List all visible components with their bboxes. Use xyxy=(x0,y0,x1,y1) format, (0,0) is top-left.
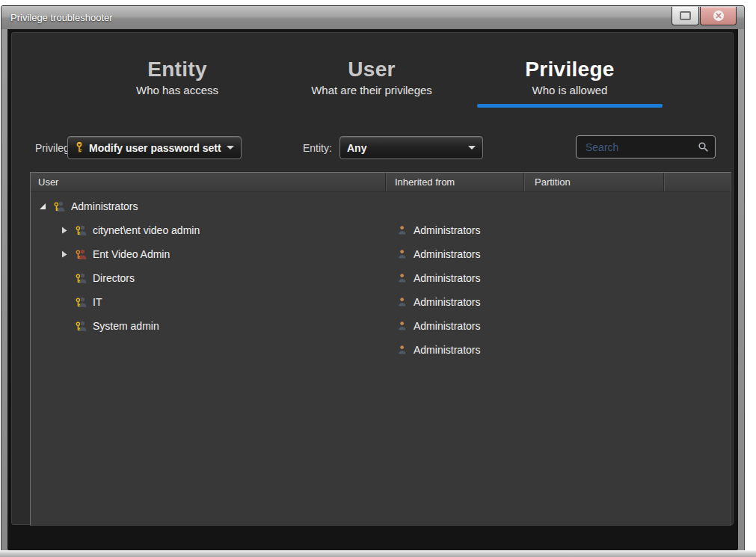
entity-dropdown-value: Any xyxy=(347,142,463,154)
table-row[interactable]: IT Administrators xyxy=(31,290,731,314)
partition-cell xyxy=(523,194,663,218)
user-cell: System admin xyxy=(31,314,385,338)
entity-dropdown[interactable]: Any xyxy=(339,136,483,159)
tab-entity-subtitle: Who has access xyxy=(73,84,282,96)
user-group-icon xyxy=(53,200,66,213)
user-group-icon xyxy=(75,224,87,237)
partition-cell xyxy=(523,338,663,362)
privilege-key-icon xyxy=(75,141,84,154)
partition-cell xyxy=(523,290,663,314)
tab-privilege[interactable]: Privilege Who is allowed xyxy=(465,58,674,96)
inherited-from-name: Administrators xyxy=(414,320,480,332)
column-header-partition[interactable]: Partition xyxy=(523,173,663,191)
inherited-from-name: Administrators xyxy=(414,344,480,356)
maximize-button[interactable] xyxy=(672,7,699,25)
user-cell xyxy=(31,338,385,362)
window-title: Privilege troubleshooter xyxy=(10,12,113,23)
inherited-group-icon xyxy=(397,273,408,283)
inherited-from-name: Administrators xyxy=(414,272,480,284)
inherited-from-cell: Administrators xyxy=(385,314,523,338)
results-table: User Inherited from Partition Administra… xyxy=(30,172,731,526)
inherited-from-cell xyxy=(385,194,523,218)
inherited-from-name: Administrators xyxy=(414,248,480,260)
table-row[interactable]: Administrators xyxy=(31,194,731,218)
partition-cell xyxy=(523,218,663,242)
tab-user[interactable]: User What are their privileges xyxy=(267,58,476,96)
tab-user-subtitle: What are their privileges xyxy=(267,84,476,96)
user-group-red-icon xyxy=(75,248,87,261)
tab-user-title: User xyxy=(267,58,476,81)
table-row[interactable]: Directors Administrators xyxy=(31,266,731,290)
chevron-down-icon xyxy=(227,146,234,150)
user-group-icon xyxy=(75,320,87,333)
user-cell: Administrators xyxy=(31,194,385,218)
window-bottom-frame xyxy=(0,550,756,557)
user-cell: Directors xyxy=(31,266,385,290)
window-titlebar[interactable]: Privilege troubleshooter xyxy=(1,6,744,29)
user-cell: citynet\ent video admin xyxy=(31,218,385,242)
inherited-group-icon xyxy=(397,225,408,236)
tree-expander-icon[interactable] xyxy=(60,227,69,234)
partition-cell xyxy=(523,314,663,338)
privilege-dropdown[interactable]: Modify user password settings xyxy=(67,136,242,159)
user-name: Administrators xyxy=(71,200,138,212)
partition-cell xyxy=(523,266,663,290)
inherited-from-cell: Administrators xyxy=(385,290,523,314)
table-row[interactable]: Ent Video Admin Administrators xyxy=(31,242,731,266)
table-row[interactable]: System admin Administrators xyxy=(31,314,731,338)
column-header-user[interactable]: User xyxy=(31,173,385,191)
user-name: IT xyxy=(93,296,102,308)
search-input[interactable] xyxy=(584,141,698,154)
column-header-extra xyxy=(663,173,731,191)
inherited-from-cell: Administrators xyxy=(385,338,523,362)
tree-expander-icon[interactable] xyxy=(60,250,69,258)
dialog-body: Entity Who has access User What are thei… xyxy=(7,29,738,550)
user-group-icon xyxy=(75,296,87,309)
user-cell: IT xyxy=(31,290,385,314)
inherited-group-icon xyxy=(397,297,408,307)
table-rows: Administrators citynet\ent video admin A… xyxy=(31,192,731,525)
user-cell: Ent Video Admin xyxy=(31,242,385,266)
tree-expander-icon[interactable] xyxy=(38,203,47,210)
table-header: User Inherited from Partition xyxy=(31,173,731,192)
user-name: Ent Video Admin xyxy=(93,248,170,260)
chevron-down-icon xyxy=(468,146,476,150)
dialog-content: Entity Who has access User What are thei… xyxy=(11,32,734,525)
tab-privilege-subtitle: Who is allowed xyxy=(465,84,674,96)
partition-cell xyxy=(523,242,663,266)
user-name: System admin xyxy=(93,320,159,332)
search-icon[interactable] xyxy=(698,141,709,153)
close-icon xyxy=(713,10,725,22)
search-box xyxy=(576,135,716,159)
inherited-group-icon xyxy=(397,321,408,331)
column-header-inherited[interactable]: Inherited from xyxy=(385,173,523,191)
active-tab-underline xyxy=(477,104,663,108)
tab-privilege-title: Privilege xyxy=(465,58,674,81)
user-group-icon xyxy=(75,272,87,285)
user-name: citynet\ent video admin xyxy=(93,224,200,236)
window-frame: Privilege troubleshooter Entity Who has … xyxy=(1,5,745,553)
close-button[interactable] xyxy=(700,7,737,25)
tab-entity[interactable]: Entity Who has access xyxy=(73,58,282,96)
inherited-from-cell: Administrators xyxy=(385,242,523,266)
tab-entity-title: Entity xyxy=(73,58,282,81)
maximize-icon xyxy=(680,11,691,20)
inherited-from-name: Administrators xyxy=(414,224,480,236)
table-row[interactable]: citynet\ent video admin Administrators xyxy=(31,218,731,242)
table-row[interactable]: Administrators xyxy=(31,338,731,362)
entity-filter-label: Entity: xyxy=(303,142,332,154)
inherited-group-icon xyxy=(397,345,408,355)
inherited-from-cell: Administrators xyxy=(385,218,523,242)
privilege-dropdown-value: Modify user password settings xyxy=(89,142,221,154)
inherited-from-cell: Administrators xyxy=(385,266,523,290)
inherited-from-name: Administrators xyxy=(414,296,480,308)
inherited-group-icon xyxy=(397,249,408,259)
user-name: Directors xyxy=(93,272,135,284)
